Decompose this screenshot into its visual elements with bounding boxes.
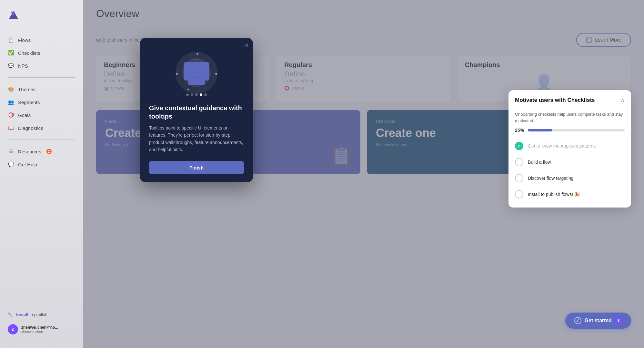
checklist-item-1[interactable]: Build a flow <box>508 154 631 170</box>
sidebar-item-resources[interactable]: ☰ Resources 2 <box>0 145 83 158</box>
wrench-icon: 🔧 <box>8 312 13 317</box>
nav-section-1: 📋 Flows ✅ Checklists 💬 NPS <box>0 31 83 75</box>
checklist-item-label-0: Get to know the Appcues patterns <box>528 143 596 149</box>
target-icon: 🎯 <box>8 112 14 118</box>
nav-divider-1 <box>8 77 75 78</box>
checklist-item-2[interactable]: Discover flow targeting <box>508 170 631 186</box>
app-logo <box>8 10 19 21</box>
sidebar: 📋 Flows ✅ Checklists 💬 NPS 🎨 Themes 👥 Se… <box>0 0 83 348</box>
checklist-collapse-button[interactable]: ∧ <box>620 97 625 104</box>
checklist-item-label-1: Build a flow <box>528 160 551 165</box>
checklist-item-0[interactable]: ✓ Get to know the Appcues patterns <box>508 138 631 154</box>
checklist-panel-title: Motivate users with Checklists <box>515 97 595 103</box>
sidebar-bottom: 🔧 Install to publish Z zhenwei.chen@no..… <box>0 309 83 342</box>
chat-icon: 💬 <box>8 63 14 69</box>
nav-divider-2 <box>8 140 75 140</box>
book-icon: 📋 <box>8 37 14 43</box>
nav-section-2: 🎨 Themes 👥 Segments 🎯 Goals 📖 Diagnostic… <box>0 80 83 137</box>
checklist-panel-header: Motivate users with Checklists ∧ <box>508 90 631 108</box>
sidebar-item-segments[interactable]: 👥 Segments <box>0 96 83 109</box>
sidebar-nav: 📋 Flows ✅ Checklists 💬 NPS 🎨 Themes 👥 Se… <box>0 31 83 309</box>
avatar: Z <box>8 324 18 334</box>
user-menu[interactable]: Z zhenwei.chen@no... zhenwei chen › <box>0 320 83 338</box>
user-email: zhenwei.chen@no... <box>21 325 58 330</box>
checklist-progress: 25% <box>508 124 631 137</box>
tooltip-modal: × <box>140 38 253 182</box>
main-content: Overview ts (0 total users in the last 7… <box>83 0 644 348</box>
install-label: Install to publish <box>16 312 47 317</box>
modal-dots <box>186 93 207 96</box>
user-name: zhenwei chen <box>21 330 58 334</box>
get-started-button[interactable]: ✓ Get started 3 <box>565 313 631 329</box>
modal-dot-3 <box>195 93 198 96</box>
sidebar-item-flows[interactable]: 📋 Flows <box>0 34 83 46</box>
modal-dot-4 <box>200 93 202 96</box>
check-circle-0: ✓ <box>515 142 523 150</box>
checklist-item-label-2: Discover flow targeting <box>528 176 574 181</box>
get-started-label: Get started <box>585 318 612 324</box>
sidebar-item-diagnostics[interactable]: 📖 Diagnostics <box>0 121 83 134</box>
paint-icon: 🎨 <box>8 86 14 92</box>
nav-section-3: ☰ Resources 2 💬 Get Help <box>0 142 83 173</box>
check-circle-2 <box>515 174 523 182</box>
gethelp-icon: 💬 <box>8 161 14 168</box>
check-circle-icon: ✅ <box>8 50 14 56</box>
diagnostics-icon: 📖 <box>8 125 14 131</box>
sidebar-item-checklists[interactable]: ✅ Checklists <box>0 46 83 59</box>
modal-close-button[interactable]: × <box>245 43 248 48</box>
checklist-panel: Motivate users with Checklists ∧ Onboard… <box>508 90 631 208</box>
get-started-badge: 3 <box>615 317 622 324</box>
list-icon: ☰ <box>8 148 14 155</box>
user-info: zhenwei.chen@no... zhenwei chen <box>21 325 58 334</box>
modal-dot-2 <box>191 93 193 96</box>
modal-title: Give contextual guidance with tooltips <box>149 104 244 121</box>
check-circle-3 <box>515 190 523 198</box>
sidebar-item-gethelp[interactable]: 💬 Get Help <box>0 158 83 171</box>
progress-fill <box>528 129 552 131</box>
progress-bar <box>528 129 625 131</box>
modal-dot-1 <box>186 93 189 96</box>
install-to-publish[interactable]: 🔧 Install to publish <box>0 309 83 320</box>
sidebar-item-themes[interactable]: 🎨 Themes <box>0 83 83 96</box>
sidebar-item-nps[interactable]: 💬 NPS <box>0 59 83 72</box>
finish-button[interactable]: Finish <box>149 161 244 174</box>
checklist-item-3[interactable]: Install to publish flows! 🎉 <box>508 186 631 202</box>
sidebar-item-goals[interactable]: 🎯 Goals <box>0 109 83 121</box>
checklist-items: ✓ Get to know the Appcues patterns Build… <box>508 137 631 208</box>
modal-dot-5 <box>204 93 207 96</box>
checklist-item-label-3: Install to publish flows! 🎉 <box>528 192 580 197</box>
logo-area <box>0 6 83 31</box>
modal-body: Tooltips point to specific UI elements o… <box>149 124 244 153</box>
checklist-pct: 25% <box>515 128 524 133</box>
get-started-check-icon: ✓ <box>574 317 581 324</box>
resources-badge: 2 <box>46 149 52 154</box>
checklist-desc: Onboarding checklists help users complet… <box>508 108 631 124</box>
check-circle-1 <box>515 158 523 166</box>
modal-illustration <box>149 47 244 99</box>
users-icon: 👥 <box>8 99 14 105</box>
user-chevron-icon: › <box>74 327 75 332</box>
